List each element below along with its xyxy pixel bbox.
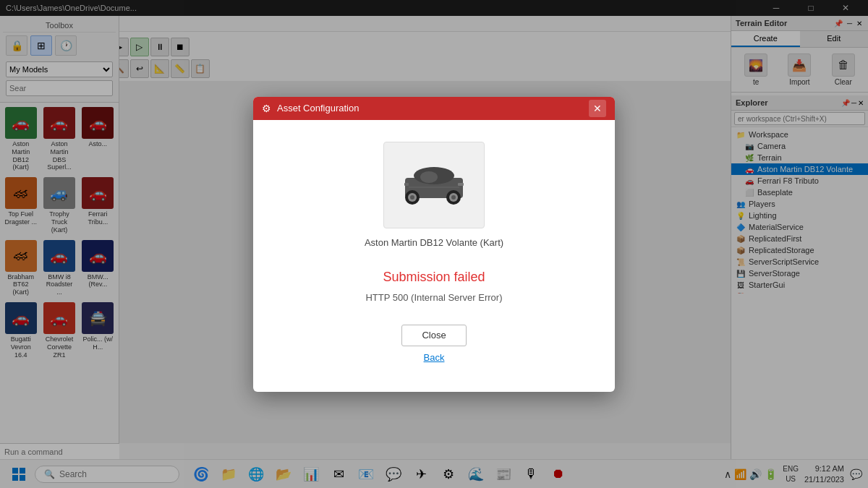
asset-preview (383, 142, 485, 228)
svg-point-8 (451, 195, 456, 200)
svg-point-5 (410, 195, 414, 200)
error-detail: HTTP 500 (Internal Server Error) (365, 292, 502, 303)
svg-rect-9 (458, 183, 464, 186)
asset-car-svg (394, 153, 474, 218)
modal-actions: Close Back (282, 325, 586, 370)
modal-titlebar: ⚙ Asset Configuration ✕ (253, 97, 615, 120)
modal-close-x-btn[interactable]: ✕ (589, 100, 606, 117)
modal-body: Aston Martin DB12 Volante (Kart) Submiss… (253, 120, 615, 392)
error-title: Submission failed (383, 270, 485, 285)
modal-back-button[interactable]: Back (424, 352, 445, 363)
modal-close-button[interactable]: Close (401, 325, 467, 346)
svg-rect-10 (404, 183, 409, 186)
asset-config-modal: ⚙ Asset Configuration ✕ (253, 97, 615, 392)
asset-name: Aston Martin DB12 Volante (Kart) (365, 237, 503, 248)
modal-overlay: ⚙ Asset Configuration ✕ (0, 0, 868, 488)
modal-title: Asset Configuration (277, 103, 359, 114)
svg-point-2 (420, 171, 438, 183)
